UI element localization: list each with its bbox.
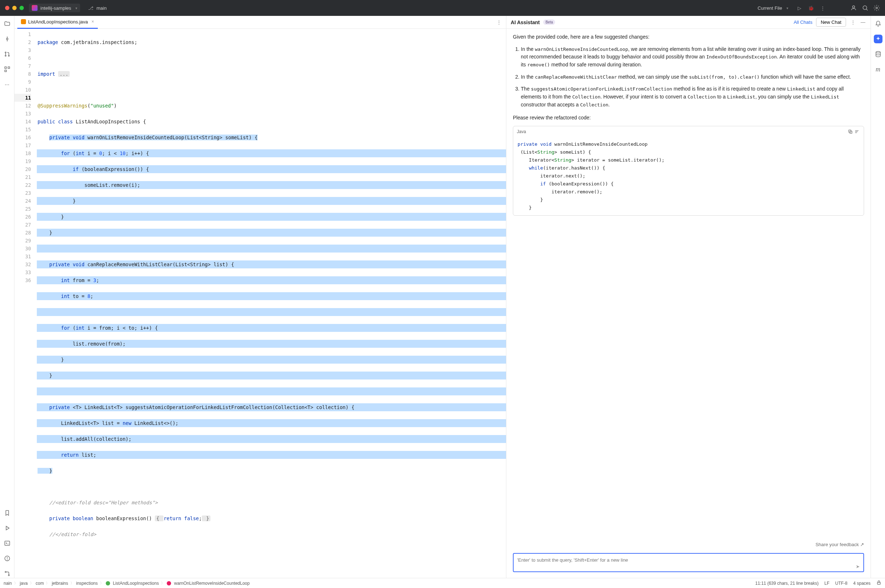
suggestion-item: In the warnOnListRemoveInsideCountedLoop… [521, 45, 864, 69]
java-file-icon [21, 19, 26, 24]
chevron-down-icon: ▾ [786, 6, 788, 10]
readonly-icon[interactable] [876, 580, 881, 586]
response-intro: Given the provided code, here are a few … [513, 33, 864, 41]
collab-icon[interactable] [850, 5, 857, 11]
branch-icon: ⎇ [88, 5, 93, 11]
indent-setting[interactable]: 4 spaces [853, 581, 871, 586]
line-gutter: 1236789101112131415161718192021222324252… [14, 29, 35, 578]
build-icon[interactable] [3, 524, 12, 532]
copy-icon[interactable] [847, 128, 853, 135]
svg-point-18 [5, 572, 6, 573]
statusbar: nain〉java〉com〉jetbrains〉inspections〉List… [0, 578, 885, 588]
breadcrumbs[interactable]: nain〉java〉com〉jetbrains〉inspections〉List… [4, 581, 250, 586]
ai-assistant-icon[interactable] [874, 34, 882, 43]
zoom-window[interactable] [20, 6, 24, 10]
minimize-panel-icon[interactable]: — [860, 19, 866, 26]
svg-rect-11 [8, 67, 10, 69]
feedback-link[interactable]: Share your feedback ↗ [506, 540, 871, 549]
search-icon[interactable] [862, 5, 868, 11]
project-selector[interactable]: intellij-samples ▾ [29, 4, 80, 12]
breadcrumb-item[interactable]: java [20, 581, 28, 586]
class-icon [106, 581, 110, 585]
review-prompt: Please review the refactored code: [513, 114, 864, 122]
svg-point-7 [5, 52, 6, 53]
run-config-selector[interactable]: Current File ▾ [755, 4, 791, 12]
svg-point-19 [8, 574, 9, 576]
svg-point-1 [863, 6, 867, 10]
svg-point-3 [876, 7, 878, 9]
ai-assistant-panel: AI Assistant Beta All Chats New Chat ⋮ —… [506, 16, 871, 578]
more-icon[interactable]: ⋮ [819, 5, 826, 11]
method-icon [167, 581, 171, 585]
editor-panel: ListAndLoopInspections.java × ⋮ 12367891… [14, 16, 506, 578]
beta-badge: Beta [543, 20, 555, 25]
svg-point-4 [6, 38, 8, 40]
snippet-body[interactable]: private void warnOnListRemoveInsideCount… [513, 138, 864, 215]
suggestion-list: In the warnOnListRemoveInsideCountedLoop… [513, 45, 864, 109]
suggestion-item: In the canReplaceRemoveWithListClear met… [521, 73, 864, 81]
line-separator[interactable]: LF [824, 581, 829, 586]
tab-filename: ListAndLoopInspections.java [28, 19, 88, 24]
intellij-logo-icon [32, 5, 38, 11]
maven-icon[interactable]: m [874, 65, 882, 74]
pull-requests-icon[interactable] [3, 50, 12, 58]
new-chat-button[interactable]: New Chat [816, 18, 846, 27]
insert-icon[interactable] [853, 128, 860, 135]
assistant-response: Given the provided code, here are a few … [506, 29, 871, 540]
chat-input[interactable] [517, 557, 850, 563]
branch-selector[interactable]: ⎇ main [85, 4, 110, 12]
run-config-label: Current File [757, 5, 782, 11]
breadcrumb-item[interactable]: nain [4, 581, 12, 586]
run-icon[interactable]: ▷ [796, 5, 803, 11]
structure-tool-icon[interactable] [3, 65, 12, 74]
code-editor[interactable]: 1236789101112131415161718192021222324252… [14, 29, 506, 578]
settings-icon[interactable] [873, 5, 880, 11]
commit-tool-icon[interactable] [3, 34, 12, 43]
debug-icon[interactable]: 🐞 [808, 5, 814, 11]
terminal-icon[interactable] [3, 539, 12, 548]
breadcrumb-item[interactable]: inspections [76, 581, 98, 586]
cursor-position[interactable]: 11:11 (639 chars, 21 line breaks) [756, 581, 819, 586]
right-tool-rail: m [871, 16, 885, 578]
breadcrumb-item[interactable]: ListAndLoopInspections [113, 581, 159, 586]
chevron-down-icon: ▾ [75, 6, 77, 10]
database-icon[interactable] [874, 50, 882, 58]
svg-marker-13 [6, 526, 9, 530]
svg-rect-14 [5, 541, 10, 545]
breadcrumb-item[interactable]: jetbrains [52, 581, 68, 586]
svg-point-8 [5, 55, 6, 56]
breadcrumb-item[interactable]: warnOnListRemoveInsideCountedLoop [174, 581, 249, 586]
project-name: intellij-samples [41, 5, 71, 11]
svg-point-25 [876, 52, 880, 53]
bookmarks-icon[interactable] [3, 508, 12, 517]
code-snippet: Java private void warnOnListRemoveInside… [513, 126, 864, 216]
minimize-window[interactable] [12, 6, 17, 10]
chat-input-wrapper: ➤ [513, 553, 864, 572]
more-tools-icon[interactable]: ⋯ [3, 80, 12, 89]
send-icon[interactable]: ➤ [856, 564, 860, 569]
svg-rect-12 [5, 70, 6, 72]
svg-line-2 [866, 9, 868, 10]
close-tab-icon[interactable]: × [92, 19, 94, 24]
more-menu-icon[interactable]: ⋮ [850, 19, 856, 26]
window-controls [5, 6, 24, 10]
vcs-icon[interactable] [3, 569, 12, 578]
project-tool-icon[interactable] [3, 20, 12, 28]
editor-tab-active[interactable]: ListAndLoopInspections.java × [17, 16, 98, 29]
code-content[interactable]: package com.jetbrains.inspections; impor… [35, 29, 506, 578]
svg-point-9 [8, 55, 9, 56]
fold-marker[interactable]: ... [58, 71, 70, 77]
notifications-icon[interactable] [874, 20, 882, 28]
file-encoding[interactable]: UTF-8 [835, 581, 847, 586]
tab-menu-icon[interactable]: ⋮ [494, 18, 503, 27]
breadcrumb-item[interactable]: com [36, 581, 44, 586]
close-window[interactable] [5, 6, 9, 10]
assistant-header: AI Assistant Beta All Chats New Chat ⋮ — [506, 16, 871, 29]
editor-tabs: ListAndLoopInspections.java × ⋮ [14, 16, 506, 29]
problems-icon[interactable] [3, 554, 12, 563]
snippet-lang: Java [517, 128, 526, 135]
left-tool-rail: ⋯ [0, 16, 14, 578]
all-chats-link[interactable]: All Chats [794, 20, 813, 25]
svg-rect-10 [5, 67, 6, 69]
svg-point-0 [852, 6, 855, 8]
